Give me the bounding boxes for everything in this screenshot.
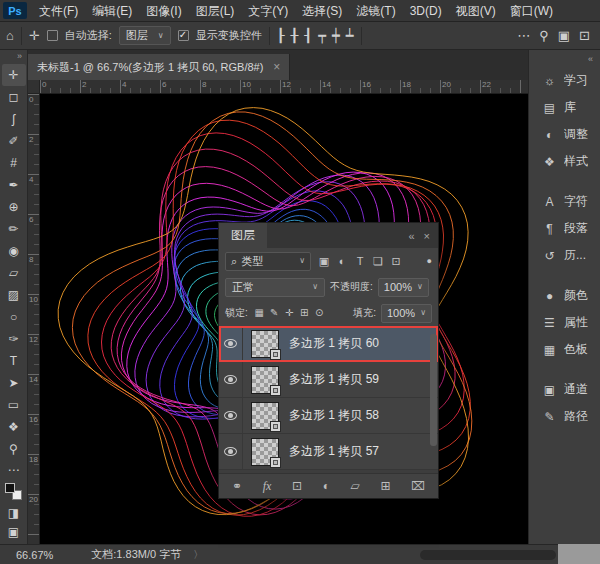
menu-item[interactable]: 文字(Y) [241, 0, 295, 22]
dock-collapse-icon[interactable]: « [529, 50, 600, 67]
filter-shape-icon[interactable]: ❏ [370, 256, 386, 267]
foreground-color-swatch[interactable] [5, 483, 15, 493]
fill-field[interactable]: 100% ∨ [381, 304, 432, 323]
visibility-eye-icon[interactable] [219, 326, 243, 361]
blur-tool[interactable]: ○ [2, 306, 26, 328]
show-transform-checkbox[interactable] [178, 30, 189, 41]
color-swatches[interactable] [5, 483, 22, 500]
path-selection-tool[interactable]: ➤ [2, 372, 26, 394]
link-icon[interactable]: ⚭ [232, 480, 242, 492]
lock-position-icon[interactable]: ✛ [283, 308, 296, 318]
visibility-eye-icon[interactable] [219, 362, 243, 397]
filter-toggle-icon[interactable]: ● [427, 256, 432, 266]
shape-tool[interactable]: ▭ [2, 394, 26, 416]
group-icon[interactable]: ▱ [351, 480, 360, 492]
quick-mask-icon[interactable]: ◨ [2, 505, 26, 521]
panel-close-icon[interactable]: × [424, 230, 430, 242]
edit-toolbar-icon[interactable]: ⋯ [2, 462, 26, 478]
layer-thumbnail[interactable] [251, 330, 279, 358]
panel-collapse-icon[interactable]: « [408, 230, 414, 242]
layer-row[interactable]: 多边形 1 拷贝 59 [219, 362, 438, 398]
panel-item-libraries[interactable]: ▤ 库 [529, 94, 600, 121]
panel-item-character[interactable]: A 字符 [529, 188, 600, 215]
fx-icon[interactable]: fx [263, 480, 272, 492]
align-right-icon[interactable]: ┨ [304, 29, 312, 42]
auto-select-checkbox[interactable] [47, 30, 58, 41]
tools-expand-icon[interactable]: » [12, 50, 27, 64]
lasso-tool[interactable]: ʃ [2, 108, 26, 130]
status-caret-icon[interactable]: 〉 [193, 548, 203, 562]
lock-transparency-icon[interactable]: ▦ [253, 308, 266, 318]
move-tool[interactable]: ✛ [2, 64, 26, 86]
panel-item-swatches[interactable]: ▦ 色板 [529, 336, 600, 363]
align-left-icon[interactable]: ┠ [277, 29, 285, 42]
menu-item[interactable]: 窗口(W) [503, 0, 560, 22]
visibility-eye-icon[interactable] [219, 434, 243, 469]
layer-row[interactable]: 多边形 1 拷贝 57 [219, 434, 438, 470]
menu-item[interactable]: 滤镜(T) [349, 0, 402, 22]
visibility-eye-icon[interactable] [219, 398, 243, 433]
search-icon[interactable]: ⚲ [539, 29, 549, 42]
lock-pixels-icon[interactable]: ✎ [268, 308, 281, 318]
panel-item-learn[interactable]: ☼ 学习 [529, 67, 600, 94]
align-middle-icon[interactable]: ┿ [332, 29, 340, 42]
layer-thumbnail[interactable] [251, 366, 279, 394]
pen-tool[interactable]: ✑ [2, 328, 26, 350]
align-top-icon[interactable]: ┯ [318, 29, 326, 42]
quick-selection-tool[interactable]: ✐ [2, 130, 26, 152]
panel-item-paragraph[interactable]: ¶ 段落 [529, 215, 600, 242]
menu-item[interactable]: 文件(F) [32, 0, 85, 22]
layers-scrollbar[interactable] [430, 334, 437, 446]
close-icon[interactable]: × [273, 61, 280, 73]
panel-item-color[interactable]: ● 颜色 [529, 282, 600, 309]
delete-icon[interactable]: ⌧ [411, 480, 425, 492]
align-bottom-icon[interactable]: ┷ [346, 29, 354, 42]
menu-item[interactable]: 图层(L) [189, 0, 242, 22]
panel-item-adjustments[interactable]: ◐ 调整 [529, 121, 600, 148]
menu-item[interactable]: 视图(V) [449, 0, 503, 22]
layer-row[interactable]: 多边形 1 拷贝 58 [219, 398, 438, 434]
layer-thumbnail[interactable] [251, 438, 279, 466]
auto-select-dropdown[interactable]: 图层 ∨ [119, 26, 171, 45]
filter-smart-object-icon[interactable]: ⊡ [388, 256, 404, 267]
marquee-tool[interactable]: ◻ [2, 86, 26, 108]
layer-thumbnail[interactable] [251, 402, 279, 430]
screen-mode-icon[interactable]: ▣ [2, 524, 26, 540]
clone-stamp-tool[interactable]: ◉ [2, 240, 26, 262]
layers-panel-tab[interactable]: 图层 [219, 223, 267, 248]
panel-item-styles[interactable]: ❖ 样式 [529, 148, 600, 175]
zoom-tool[interactable]: ⚲ [2, 438, 26, 460]
adjustment-icon[interactable]: ◐ [323, 480, 330, 492]
brush-tool[interactable]: ✏ [2, 218, 26, 240]
filter-type-icon[interactable]: T [352, 256, 368, 267]
document-tab[interactable]: 未标题-1 @ 66.7%(多边形 1 拷贝 60, RGB/8#) × [28, 54, 290, 80]
healing-brush-tool[interactable]: ⊕ [2, 196, 26, 218]
more-options-icon[interactable]: ⋯ [517, 29, 530, 42]
capture-icon[interactable]: ⊡ [579, 29, 590, 42]
filter-pixel-icon[interactable]: ▣ [316, 256, 332, 267]
crop-tool[interactable]: # [2, 152, 26, 174]
panel-item-properties[interactable]: ☰ 属性 [529, 309, 600, 336]
mask-icon[interactable]: ⊡ [292, 480, 302, 492]
menu-item[interactable]: 选择(S) [295, 0, 349, 22]
filter-adjustment-icon[interactable]: ◐ [334, 256, 350, 267]
zoom-level[interactable]: 66.67% [16, 549, 53, 561]
hand-tool[interactable]: ❖ [2, 416, 26, 438]
align-center-icon[interactable]: ╂ [291, 29, 299, 42]
new-layer-icon[interactable]: ⊞ [380, 480, 390, 492]
layer-filter-dropdown[interactable]: ⌕ 类型 ∨ [225, 252, 311, 271]
eyedropper-tool[interactable]: ✒ [2, 174, 26, 196]
panel-item-channels[interactable]: ▣ 通道 [529, 376, 600, 403]
panel-item-paths[interactable]: ✎ 路径 [529, 403, 600, 430]
opacity-field[interactable]: 100% ∨ [378, 278, 429, 297]
blend-mode-dropdown[interactable]: 正常 ∨ [225, 278, 325, 297]
status-scrollbar[interactable] [420, 550, 556, 560]
workspace-icon[interactable]: ▣ [558, 29, 570, 42]
type-tool[interactable]: T [2, 350, 26, 372]
eraser-tool[interactable]: ▱ [2, 262, 26, 284]
home-icon[interactable]: ⌂ [6, 29, 14, 42]
lock-artboard-icon[interactable]: ⊞ [298, 308, 311, 318]
menu-item[interactable]: 3D(D) [403, 0, 449, 22]
panel-item-history[interactable]: ↺ 历... [529, 242, 600, 269]
layer-row[interactable]: 多边形 1 拷贝 60 [219, 326, 438, 362]
